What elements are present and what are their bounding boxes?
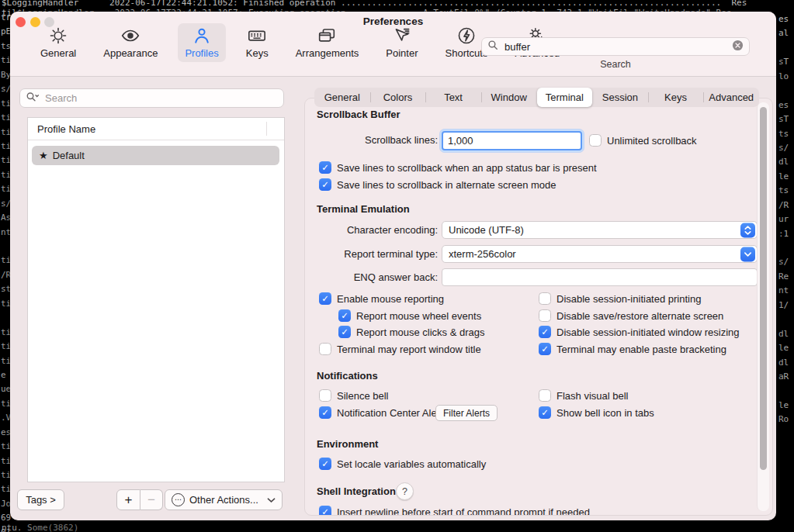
profile-list-header[interactable]: Profile Name	[28, 118, 284, 140]
checkbox-box	[539, 389, 551, 402]
checkbox-report-mouse-clicks[interactable]: Report mouse clicks & drags	[338, 326, 484, 338]
terminal-bg-right-column: esalsTloessTtss/dllets/Rur:1s/Rent1/dlle…	[778, 12, 789, 527]
section-heading-shell-integration: Shell Integration	[317, 485, 396, 497]
other-actions-dropdown[interactable]: ⋯ Other Actions...	[165, 489, 283, 510]
tab-general[interactable]: General	[314, 88, 370, 107]
terminal-bg-line-1: $LoggingHandler 2022-06-17T22:44:21.1052…	[2, 0, 747, 8]
column-divider	[266, 122, 267, 136]
checkbox-silence-bell[interactable]: Silence bell	[319, 389, 389, 402]
report-terminal-type-value: xterm-256color	[449, 248, 516, 260]
checkbox-box	[319, 406, 331, 419]
profile-tab-bar: General Colors Text Window Terminal Sess…	[314, 88, 759, 107]
toolbar-item-appearance[interactable]: Appearance	[96, 23, 165, 62]
checkbox-insert-newline[interactable]: Insert newline before start of command p…	[319, 506, 590, 516]
checkbox-disable-window-resizing[interactable]: Disable session-initiated window resizin…	[539, 326, 740, 338]
checkbox-box	[539, 406, 551, 419]
add-profile-button[interactable]: +	[116, 489, 140, 510]
tab-keys[interactable]: Keys	[648, 88, 704, 107]
character-encoding-popup[interactable]: Unicode (UTF-8)	[442, 221, 758, 239]
checkbox-disable-printing[interactable]: Disable session-initiated printing	[539, 292, 701, 305]
checkbox-report-window-title[interactable]: Terminal may report window title	[319, 343, 481, 355]
checkbox-enable-mouse-reporting[interactable]: Enable mouse reporting	[319, 292, 444, 305]
checkbox-label: Disable save/restore alternate screen	[556, 310, 723, 322]
checkbox-label: Silence bell	[337, 390, 389, 402]
tab-colors[interactable]: Colors	[370, 88, 426, 107]
report-terminal-type-combo[interactable]: xterm-256color	[442, 245, 758, 263]
filter-alerts-button[interactable]: Filter Alerts	[435, 405, 498, 421]
character-encoding-label: Character encoding:	[305, 224, 438, 236]
tab-terminal[interactable]: Terminal	[537, 88, 593, 107]
checkbox-box	[539, 343, 551, 355]
toolbar-item-general[interactable]: General	[33, 23, 83, 62]
titlebar-toolbar: Preferences General Appearance Profiles …	[10, 12, 776, 77]
checkbox-label: Report mouse wheel events	[356, 310, 481, 322]
section-heading-scrollback: Scrollback Buffer	[317, 109, 400, 120]
checkbox-unlimited-scrollback[interactable]: Unlimited scrollback	[589, 134, 697, 147]
checkbox-label: Show bell icon in tabs	[556, 407, 654, 419]
checkbox-show-bell-icon[interactable]: Show bell icon in tabs	[539, 406, 654, 419]
checkbox-box	[319, 161, 331, 174]
tags-button[interactable]: Tags >	[17, 489, 64, 510]
checkbox-label: Save lines to scrollback when an app sta…	[337, 162, 597, 174]
other-actions-wrap: ⋯ Other Actions...	[165, 489, 283, 510]
profile-search-field[interactable]	[19, 88, 284, 108]
eye-icon	[120, 26, 140, 46]
tags-button-label: Tags >	[26, 494, 56, 506]
toolbar-search-input[interactable]	[503, 40, 727, 54]
checkbox-disable-save-restore[interactable]: Disable save/restore alternate screen	[539, 309, 723, 322]
checkbox-label: Insert newline before start of command p…	[337, 506, 590, 516]
tab-session[interactable]: Session	[592, 88, 648, 107]
toolbar-item-profiles[interactable]: Profiles	[178, 23, 225, 62]
enq-answer-back-input[interactable]	[442, 268, 758, 286]
checkbox-set-locale-variables[interactable]: Set locale variables automatically	[319, 458, 486, 470]
checkbox-save-lines-alt-screen[interactable]: Save lines to scrollback in alternate sc…	[319, 178, 556, 191]
profile-search-input[interactable]	[43, 92, 278, 105]
profile-row-default[interactable]: ★ Default	[32, 146, 279, 165]
checkbox-label: Disable session-initiated window resizin…	[556, 326, 740, 338]
checkbox-paste-bracketing[interactable]: Terminal may enable paste bracketing	[539, 343, 726, 355]
toolbar-item-label: General	[40, 47, 76, 59]
profile-list-header-label: Profile Name	[37, 123, 95, 135]
checkbox-label: Disable session-initiated printing	[556, 293, 701, 305]
toolbar-item-pointer[interactable]: Pointer	[379, 23, 425, 62]
toolbar-item-keys[interactable]: Keys	[239, 23, 276, 62]
checkbox-label: Terminal may report window title	[337, 344, 481, 355]
scrollbar-track[interactable]	[757, 102, 769, 511]
checkbox-flash-visual-bell[interactable]: Flash visual bell	[539, 389, 629, 402]
ellipsis-circle-icon: ⋯	[172, 493, 185, 506]
tab-window[interactable]: Window	[481, 88, 537, 107]
clear-search-icon[interactable]	[732, 40, 744, 54]
scrollbar-thumb[interactable]	[760, 107, 767, 470]
scrollback-lines-input[interactable]	[442, 131, 582, 150]
cursor-icon	[392, 26, 412, 46]
checkbox-save-lines-status-bar[interactable]: Save lines to scrollback when an app sta…	[319, 161, 597, 174]
toolbar-item-arrangements[interactable]: Arrangements	[289, 23, 366, 62]
toolbar-item-label: Keys	[246, 47, 269, 59]
combo-chevron-icon	[740, 247, 755, 261]
help-button[interactable]: ?	[396, 482, 414, 500]
checkbox-box	[319, 389, 331, 402]
question-mark-icon: ?	[402, 486, 407, 497]
checkbox-label: Notification Center Alerts	[337, 407, 448, 419]
tab-text[interactable]: Text	[425, 88, 481, 107]
toolbar-search-field[interactable]	[481, 37, 750, 56]
popup-stepper-icon	[740, 223, 755, 237]
search-icon	[487, 40, 498, 54]
tab-advanced[interactable]: Advanced	[703, 88, 759, 107]
windows-icon	[317, 26, 337, 46]
section-heading-emulation: Terminal Emulation	[317, 203, 410, 215]
checkbox-box	[319, 343, 331, 355]
report-terminal-type-label: Report terminal type:	[305, 248, 438, 260]
remove-profile-button[interactable]: −	[140, 489, 163, 510]
lightning-circle-icon	[456, 26, 477, 46]
toolbar-search: Search	[481, 37, 750, 70]
checkbox-box	[539, 292, 551, 305]
checkbox-box	[539, 326, 551, 338]
checkbox-label: Report mouse clicks & drags	[356, 326, 484, 338]
person-icon	[192, 26, 212, 46]
toolbar-item-label: Pointer	[386, 47, 418, 59]
gear-icon	[48, 26, 68, 46]
checkbox-notification-center-alerts[interactable]: Notification Center Alerts	[319, 406, 448, 419]
checkbox-label: Enable mouse reporting	[337, 293, 444, 305]
checkbox-report-mouse-wheel[interactable]: Report mouse wheel events	[338, 309, 481, 322]
